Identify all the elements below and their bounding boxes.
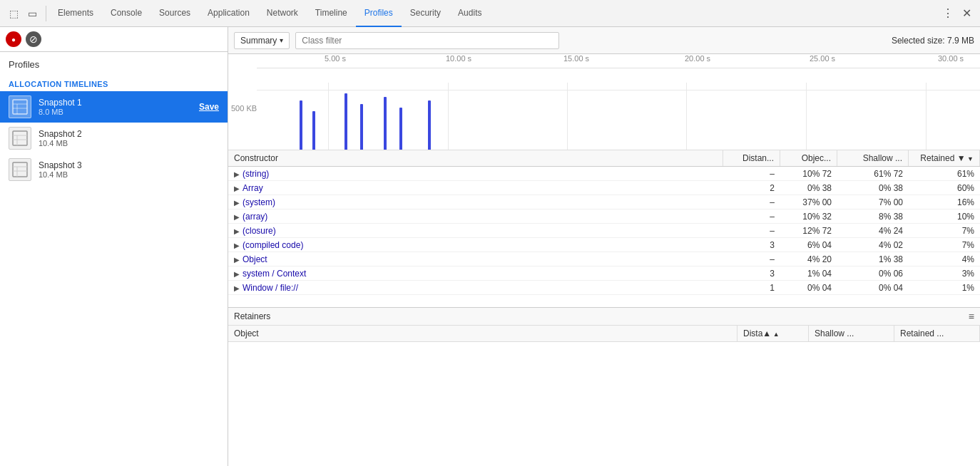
grid-line-4 [686, 83, 687, 150]
rth-shallow[interactable]: Shallow ... [809, 326, 894, 341]
th-retained[interactable]: Retained ▼ [909, 150, 980, 166]
grid-line-1 [328, 83, 329, 150]
snapshot-1-save[interactable]: Save [199, 102, 219, 112]
td-shallow: 4% 24 [837, 224, 909, 237]
table-row[interactable]: ▶(string) – 10% 72 61% 72 61% [228, 167, 980, 181]
tab-application[interactable]: Application [199, 0, 258, 27]
snapshot-3-icon [9, 158, 31, 181]
rth-object[interactable]: Object [228, 326, 737, 341]
th-shallow[interactable]: Shallow ... [837, 150, 909, 166]
ruler-label-20s: 20.00 s [685, 54, 710, 63]
chevron-down-icon: ▾ [280, 36, 283, 44]
tab-audits[interactable]: Audits [449, 0, 490, 27]
td-objects: 4% 20 [780, 253, 837, 266]
table-header: Constructor Distan... Objec... Shallow .… [228, 150, 980, 167]
record-button[interactable]: ● [6, 31, 21, 47]
td-constructor[interactable]: ▶Window / file:// [228, 281, 723, 294]
tab-timeline[interactable]: Timeline [307, 0, 356, 27]
timeline-bar-5 [384, 97, 387, 150]
table-row[interactable]: ▶Object – 4% 20 1% 38 4% [228, 252, 980, 266]
td-retained: 7% [909, 224, 980, 237]
td-constructor[interactable]: ▶(system) [228, 196, 723, 209]
profiles-title: Profiles [0, 52, 228, 73]
th-objects[interactable]: Objec... [780, 150, 837, 166]
retainers-title: Retainers [234, 311, 969, 321]
close-icon[interactable]: ✕ [959, 6, 974, 21]
td-shallow: 0% 38 [837, 182, 909, 195]
tab-list: Elements Console Sources Application Net… [49, 0, 940, 27]
ruler-label-25s: 25.00 s [810, 54, 835, 63]
table-row[interactable]: ▶(system) – 37% 00 7% 00 16% [228, 195, 980, 209]
ruler-label-15s: 15.00 s [563, 54, 589, 63]
table-row[interactable]: ▶(array) – 10% 32 8% 38 10% [228, 209, 980, 224]
rth-distance[interactable]: Dista▲ [737, 326, 809, 341]
summary-label: Summary [240, 36, 277, 46]
grid-line-3 [567, 83, 568, 150]
td-retained: 4% [909, 253, 980, 266]
ruler-label-5s: 5.00 s [325, 54, 346, 63]
ruler-label-10s: 10.00 s [446, 54, 471, 63]
devtools-icons: ⬚ ▭ [6, 6, 46, 21]
rth-retained[interactable]: Retained ... [894, 326, 980, 341]
snapshot-3-size: 10.4 MB [39, 170, 219, 179]
table-row[interactable]: ▶(closure) – 12% 72 4% 24 7% [228, 224, 980, 238]
td-distance: – [723, 196, 780, 209]
th-constructor[interactable]: Constructor [228, 150, 723, 166]
sub-toolbar: Summary ▾ Selected size: 7.9 MB [228, 27, 980, 54]
tab-sources[interactable]: Sources [150, 0, 199, 27]
tab-network[interactable]: Network [258, 0, 307, 27]
td-constructor[interactable]: ▶(string) [228, 167, 723, 180]
td-distance: 3 [723, 239, 780, 252]
timeline-chart: 500 KB [228, 68, 980, 150]
table-row[interactable]: ▶Window / file:// 1 0% 04 0% 04 1% [228, 281, 980, 295]
tab-elements[interactable]: Elements [49, 0, 102, 27]
snapshot-1-item[interactable]: Snapshot 1 8.0 MB Save [0, 91, 228, 123]
snapshot-2-item[interactable]: Snapshot 2 10.4 MB [0, 123, 228, 154]
table-row[interactable]: ▶system / Context 3 1% 04 0% 06 3% [228, 266, 980, 281]
td-retained: 10% [909, 210, 980, 223]
td-retained: 61% [909, 167, 980, 180]
retainers-menu-icon[interactable]: ≡ [969, 311, 974, 322]
summary-select[interactable]: Summary ▾ [234, 32, 290, 49]
td-objects: 12% 72 [780, 224, 837, 237]
snapshot-1-size: 8.0 MB [39, 108, 192, 116]
td-shallow: 7% 00 [837, 196, 909, 209]
mobile-icon[interactable]: ▭ [24, 6, 40, 21]
th-distance[interactable]: Distan... [723, 150, 780, 166]
timeline-ruler: 5.00 s 10.00 s 15.00 s 20.00 s 25.00 s 3… [257, 54, 980, 68]
td-objects: 1% 04 [780, 267, 837, 280]
td-constructor[interactable]: ▶system / Context [228, 267, 723, 280]
snapshot-2-info: Snapshot 2 10.4 MB [39, 129, 219, 147]
timeline-area: 5.00 s 10.00 s 15.00 s 20.00 s 25.00 s 3… [228, 54, 980, 150]
more-icon[interactable]: ⋮ [940, 6, 956, 21]
td-shallow: 0% 06 [837, 267, 909, 280]
td-constructor[interactable]: ▶Array [228, 182, 723, 195]
td-retained: 16% [909, 196, 980, 209]
retainers-header: Retainers ≡ [228, 308, 980, 326]
td-constructor[interactable]: ▶(array) [228, 210, 723, 223]
td-retained: 60% [909, 182, 980, 195]
td-objects: 37% 00 [780, 196, 837, 209]
snapshot-3-info: Snapshot 3 10.4 MB [39, 160, 219, 179]
table-row[interactable]: ▶Array 2 0% 38 0% 38 60% [228, 181, 980, 195]
cursor-icon[interactable]: ⬚ [6, 6, 21, 21]
tab-security[interactable]: Security [402, 0, 449, 27]
stop-button[interactable]: ⊘ [26, 31, 41, 47]
tab-profiles[interactable]: Profiles [356, 0, 402, 27]
td-constructor[interactable]: ▶(compiled code) [228, 239, 723, 252]
top-bar-actions: ⋮ ✕ [940, 6, 974, 21]
td-constructor[interactable]: ▶(closure) [228, 224, 723, 237]
td-distance: 3 [723, 267, 780, 280]
timeline-bar-3 [344, 93, 347, 150]
content-area: Summary ▾ Selected size: 7.9 MB 5.00 s 1… [228, 27, 980, 466]
td-constructor[interactable]: ▶Object [228, 253, 723, 266]
grid-line-6 [926, 83, 927, 150]
table-row[interactable]: ▶(compiled code) 3 6% 04 4% 02 7% [228, 238, 980, 252]
snapshot-1-info: Snapshot 1 8.0 MB [39, 98, 192, 116]
retainers-body [228, 342, 980, 385]
class-filter-input[interactable] [295, 32, 559, 49]
td-distance: – [723, 253, 780, 266]
snapshot-3-item[interactable]: Snapshot 3 10.4 MB [0, 154, 228, 185]
tab-console[interactable]: Console [102, 0, 150, 27]
h-grid-line [257, 90, 980, 90]
